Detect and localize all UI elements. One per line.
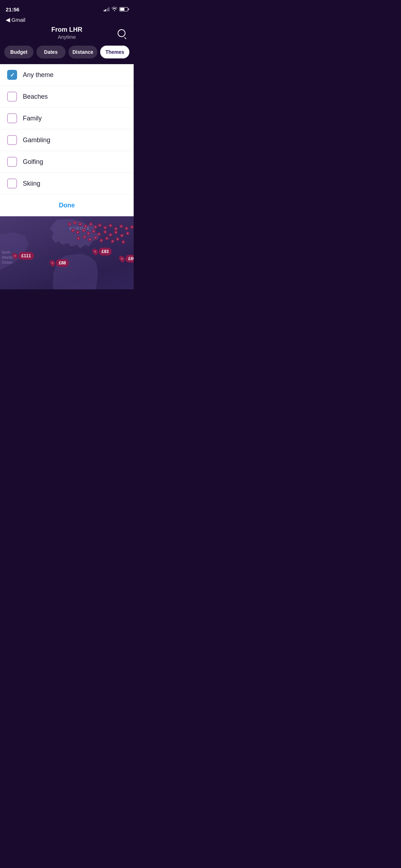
- svg-point-39: [104, 231, 106, 233]
- done-button[interactable]: Done: [0, 195, 134, 216]
- svg-point-65: [123, 241, 124, 243]
- svg-point-25: [131, 226, 133, 228]
- status-bar: 21:56: [0, 0, 134, 16]
- theme-item-golfing[interactable]: Golfing: [0, 151, 134, 173]
- svg-point-37: [98, 233, 100, 235]
- search-icon: [118, 29, 125, 37]
- theme-item-any[interactable]: Any theme: [0, 64, 134, 86]
- svg-point-47: [127, 233, 128, 234]
- theme-label-beaches: Beaches: [23, 93, 48, 100]
- checkbox-skiing: [7, 179, 17, 188]
- svg-point-51: [84, 236, 85, 238]
- checkbox-any: [7, 70, 17, 80]
- price-label-69: £69: [125, 255, 134, 263]
- svg-point-29: [77, 232, 78, 233]
- status-icons: [104, 7, 128, 12]
- svg-point-45: [121, 235, 123, 236]
- price-pin-83[interactable]: £83: [93, 248, 112, 255]
- status-time: 21:56: [6, 6, 19, 12]
- theme-item-gambling[interactable]: Gambling: [0, 129, 134, 151]
- checkbox-family: [7, 113, 17, 123]
- theme-item-skiing[interactable]: Skiing: [0, 173, 134, 195]
- wifi-icon: [112, 7, 117, 12]
- battery-icon: [119, 7, 128, 11]
- tab-dates[interactable]: Dates: [36, 46, 66, 58]
- svg-point-17: [110, 225, 111, 226]
- theme-label-family: Family: [23, 115, 42, 122]
- svg-point-21: [120, 226, 122, 227]
- themes-dropdown: Any theme Beaches Family Gambling Golfin…: [0, 64, 134, 216]
- back-button[interactable]: ◀ Gmail: [6, 16, 25, 23]
- header-subtitle: Anytime: [19, 34, 115, 40]
- theme-label-any: Any theme: [23, 71, 53, 79]
- filter-tabs: Budget Dates Distance Themes: [0, 46, 134, 64]
- checkbox-gambling: [7, 135, 17, 145]
- svg-point-61: [112, 241, 113, 242]
- svg-point-49: [78, 238, 79, 239]
- header-center: From LHR Anytime: [19, 26, 115, 40]
- tab-budget[interactable]: Budget: [4, 46, 34, 58]
- checkbox-beaches: [7, 92, 17, 102]
- search-button[interactable]: [115, 27, 128, 40]
- svg-point-57: [101, 240, 102, 241]
- map-area[interactable]: NorthAtlanticOcean EUROPE AFRICA: [0, 216, 134, 289]
- theme-item-beaches[interactable]: Beaches: [0, 86, 134, 108]
- svg-point-13: [99, 224, 101, 226]
- price-label-111: £111: [19, 252, 34, 260]
- tab-themes[interactable]: Themes: [100, 46, 129, 58]
- price-label-83: £83: [99, 248, 112, 255]
- back-arrow-icon: ◀: [6, 16, 10, 23]
- svg-point-15: [104, 227, 106, 228]
- price-pin-69[interactable]: £69: [119, 255, 134, 263]
- svg-point-1: [69, 223, 70, 225]
- svg-point-19: [115, 228, 117, 229]
- svg-point-55: [95, 237, 96, 238]
- price-pin-111[interactable]: £111: [12, 252, 34, 260]
- theme-item-family[interactable]: Family: [0, 108, 134, 129]
- back-nav: ◀ Gmail: [0, 16, 134, 23]
- svg-point-23: [126, 228, 127, 229]
- svg-point-27: [72, 230, 74, 231]
- theme-label-skiing: Skiing: [23, 180, 40, 187]
- back-label: Gmail: [11, 17, 25, 23]
- svg-point-7: [85, 226, 86, 227]
- header: From LHR Anytime: [0, 23, 134, 46]
- svg-point-3: [74, 222, 76, 223]
- theme-label-gambling: Gambling: [23, 136, 50, 144]
- svg-point-31: [83, 230, 84, 231]
- tab-distance[interactable]: Distance: [68, 46, 98, 58]
- svg-point-63: [117, 238, 118, 240]
- signal-icon: [104, 7, 110, 11]
- svg-point-41: [110, 234, 111, 236]
- svg-point-5: [79, 223, 81, 225]
- svg-point-53: [89, 239, 91, 240]
- svg-point-35: [93, 231, 94, 232]
- header-title: From LHR: [19, 26, 115, 33]
- svg-point-33: [88, 233, 89, 234]
- svg-point-43: [115, 232, 117, 233]
- price-pin-88[interactable]: £88: [50, 259, 69, 267]
- svg-point-9: [90, 223, 92, 225]
- theme-label-golfing: Golfing: [23, 158, 43, 166]
- price-label-88: £88: [56, 259, 69, 267]
- svg-point-11: [95, 226, 96, 228]
- checkbox-golfing: [7, 157, 17, 167]
- svg-point-59: [106, 238, 108, 239]
